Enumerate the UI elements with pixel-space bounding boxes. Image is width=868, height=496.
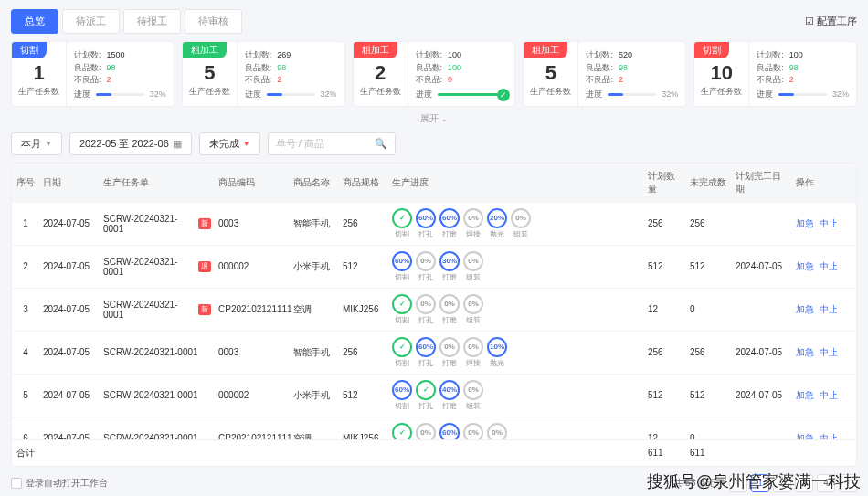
card-tag: 粗加工 <box>524 42 567 58</box>
table-row: 32024-07-05SCRW-20240321-0001新CP20210212… <box>12 288 856 331</box>
table-row: 52024-07-05SCRW-20240321-0001000002小米手机5… <box>12 374 856 417</box>
progress-step[interactable]: 0%打孔 <box>416 294 436 325</box>
stop-link[interactable]: 中止 <box>820 432 838 439</box>
progress-step[interactable]: ✓打孔 <box>416 380 436 411</box>
progress-step[interactable]: ✓切割 <box>392 294 412 325</box>
card-tag: 切割 <box>694 42 729 58</box>
config-icon: ☑ <box>805 16 814 27</box>
expand-toggle[interactable]: 展开 ⌄ <box>11 112 857 125</box>
checkbox-icon <box>11 478 22 489</box>
stop-link[interactable]: 中止 <box>820 389 838 402</box>
progress-step[interactable]: 0%组装 <box>463 294 483 325</box>
progress-step[interactable]: 60%打磨 <box>439 208 460 239</box>
stat-card[interactable]: 切割10生产任务数计划数:100良品数:98不良品:2进度32% <box>693 41 857 107</box>
progress-step[interactable]: 60%切割 <box>392 380 412 411</box>
status-badge: 退 <box>198 261 211 272</box>
search-icon: 🔍 <box>375 138 387 150</box>
tab-3[interactable]: 待审核 <box>185 9 242 34</box>
card-sub: 生产任务数 <box>698 86 745 98</box>
card-number: 2 <box>357 62 404 84</box>
search-input[interactable]: 单号 / 商品🔍 <box>268 132 396 155</box>
stat-card[interactable]: 粗加工5生产任务数计划数:269良品数:98不良品:2进度32% <box>182 41 345 107</box>
table-row: 22024-07-05SCRW-20240321-0001退000002小米手机… <box>12 245 856 288</box>
urgent-link[interactable]: 加急 <box>796 217 814 230</box>
progress-step[interactable]: ✓切割 <box>392 337 412 368</box>
calendar-icon: ▦ <box>173 138 182 150</box>
progress-step[interactable]: 60%打孔 <box>416 337 436 368</box>
card-sub: 生产任务数 <box>186 86 233 98</box>
auto-open-checkbox[interactable]: 登录自动打开工作台 <box>11 477 108 490</box>
period-filter[interactable]: 本月 ▼ <box>11 132 62 155</box>
progress-step[interactable]: 0%打磨 <box>439 337 460 368</box>
table-row: 62024-07-05SCRW-20240321-0001CP202102121… <box>12 417 856 439</box>
progress-step[interactable]: 0%抛光 <box>463 423 483 439</box>
progress-step[interactable]: 0%打磨 <box>439 294 460 325</box>
stop-link[interactable]: 中止 <box>820 303 838 316</box>
progress-step[interactable]: 60%打孔 <box>416 208 436 239</box>
progress-step[interactable]: 0%打孔 <box>416 423 436 439</box>
status-badge: 新 <box>198 218 211 229</box>
progress-step[interactable]: 0%焊接 <box>463 337 483 368</box>
progress-step[interactable]: 0%组装 <box>463 251 483 282</box>
card-tag: 粗加工 <box>183 42 227 58</box>
main-tabs: 总览待派工待报工待审核 <box>11 9 242 34</box>
check-icon: ✓ <box>497 89 510 101</box>
card-sub: 生产任务数 <box>527 86 574 98</box>
progress-step[interactable]: 0%组装 <box>463 380 483 411</box>
progress-step[interactable]: 20%抛光 <box>487 208 507 239</box>
urgent-link[interactable]: 加急 <box>796 346 814 359</box>
card-number: 5 <box>186 62 233 84</box>
stop-link[interactable]: 中止 <box>820 346 838 359</box>
config-label: 配置工序 <box>817 15 857 28</box>
stat-card[interactable]: 切割1生产任务数计划数:1500良品数:98不良品:2进度32% <box>11 41 175 107</box>
progress-step[interactable]: 30%打磨 <box>439 251 460 282</box>
progress-step[interactable]: 60%切割 <box>392 251 412 282</box>
progress-step[interactable]: 40%打磨 <box>439 380 460 411</box>
stop-link[interactable]: 中止 <box>820 217 838 230</box>
urgent-link[interactable]: 加急 <box>796 389 814 402</box>
tab-1[interactable]: 待派工 <box>62 9 120 34</box>
tab-0[interactable]: 总览 <box>11 9 58 34</box>
filter-bar: 本月 ▼ 2022-05 至 2022-06 ▦ 未完成 ▼ 单号 / 商品🔍 <box>11 132 857 155</box>
task-table: 序号 日期 生产任务单 商品编码 商品名称 商品规格 生产进度 计划数量 未完成… <box>11 163 857 467</box>
stop-link[interactable]: 中止 <box>820 260 838 273</box>
progress-step[interactable]: 0%焊接 <box>463 208 483 239</box>
table-header: 序号 日期 生产任务单 商品编码 商品名称 商品规格 生产进度 计划数量 未完成… <box>12 164 856 202</box>
stat-card[interactable]: 粗加工2生产任务数计划数:100良品数:100不良品:0进度✓ <box>353 41 516 107</box>
progress-step[interactable]: 0%打孔 <box>416 251 436 282</box>
card-number: 10 <box>698 62 745 84</box>
progress-step[interactable]: 10%抛光 <box>487 337 507 368</box>
status-filter[interactable]: 未完成 ▼ <box>199 132 260 155</box>
chevron-down-icon: ⌄ <box>441 115 448 123</box>
progress-step[interactable]: 60%打磨 <box>439 423 460 439</box>
urgent-link[interactable]: 加急 <box>796 303 814 316</box>
table-row: 12024-07-05SCRW-20240321-0001新0003智能手机25… <box>12 202 856 245</box>
watermark: 搜狐号@泉州管家婆满一科技 <box>647 470 861 492</box>
progress-step[interactable]: 0%组装 <box>487 423 507 439</box>
card-tag: 粗加工 <box>354 42 397 58</box>
date-range-filter[interactable]: 2022-05 至 2022-06 ▦ <box>69 132 192 155</box>
urgent-link[interactable]: 加急 <box>796 432 814 439</box>
card-number: 1 <box>16 62 62 84</box>
status-badge: 新 <box>198 304 211 315</box>
card-tag: 切割 <box>12 42 47 58</box>
progress-step[interactable]: ✓切割 <box>392 208 412 239</box>
card-sub: 生产任务数 <box>16 86 62 98</box>
urgent-link[interactable]: 加急 <box>796 260 814 273</box>
progress-step[interactable]: ✓切割 <box>392 423 412 439</box>
table-row: 42024-07-05SCRW-20240321-00010003智能手机256… <box>12 331 856 374</box>
stat-card[interactable]: 粗加工5生产任务数计划数:520良品数:98不良品:2进度32% <box>523 41 686 107</box>
card-number: 5 <box>527 62 574 84</box>
progress-step[interactable]: 0%组装 <box>511 208 531 239</box>
card-sub: 生产任务数 <box>357 86 404 98</box>
table-footer: 合计 611 611 <box>12 439 856 466</box>
config-process-link[interactable]: ☑ 配置工序 <box>805 15 857 28</box>
stat-cards: 切割1生产任务数计划数:1500良品数:98不良品:2进度32%粗加工5生产任务… <box>11 41 857 107</box>
tab-2[interactable]: 待报工 <box>123 9 181 34</box>
